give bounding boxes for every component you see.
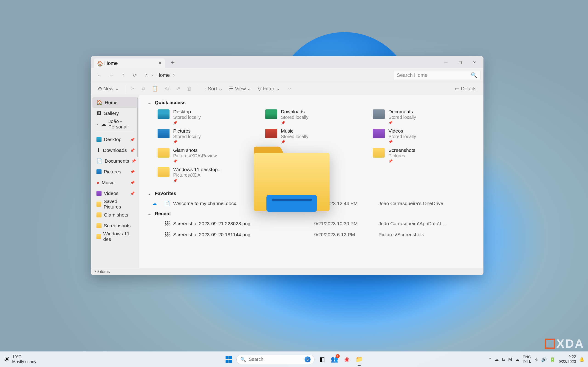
pin-icon: 📌 [173, 178, 222, 183]
section-favorites[interactable]: ⌄ Favorites [139, 189, 483, 198]
cut-button[interactable]: ✂ [129, 84, 138, 94]
qa-downloads[interactable]: DownloadsStored locally📌 [265, 109, 367, 126]
qa-videos[interactable]: VideosStored locally📌 [373, 128, 475, 146]
breadcrumb[interactable]: ⌂ › Home › [145, 72, 392, 78]
forward-button[interactable]: → [106, 70, 117, 81]
details-button[interactable]: ▭ Details [452, 84, 479, 94]
language-indicator[interactable]: ENG INTL [523, 355, 531, 364]
tray-icons[interactable]: ☁ ⇆ M ☁ [494, 357, 519, 362]
sidebar-screenshots[interactable]: Screenshots [92, 220, 138, 231]
sidebar-w11[interactable]: Windows 11 des [92, 231, 138, 242]
rename-button[interactable]: Aⅈ [162, 84, 172, 94]
pin-icon: 📌 [131, 159, 136, 163]
app-tray-icon[interactable]: M [508, 357, 512, 362]
videos-icon [96, 191, 102, 196]
pin-icon: 📌 [281, 121, 309, 125]
battery-icon[interactable]: 🔋 [550, 357, 555, 362]
task-view-button[interactable]: ◧ [317, 355, 327, 364]
weather-widget[interactable]: ☀ 19°C Mostly sunny [4, 355, 36, 364]
sidebar-downloads[interactable]: ⬇Downloads📌 [92, 145, 138, 156]
tab-title: Home [104, 60, 118, 66]
folder-icon [96, 202, 101, 207]
minimize-button[interactable]: — [439, 58, 453, 67]
new-tab-button[interactable]: ＋ [170, 58, 176, 67]
filter-button[interactable]: ▽ Filter ⌄ [255, 84, 282, 94]
back-button[interactable]: ← [94, 70, 105, 81]
quick-access-grid: DesktopStored locally📌 DownloadsStored l… [139, 107, 483, 189]
image-icon: 🖼 [165, 221, 170, 226]
qa-screenshots[interactable]: ScreenshotsPictures📌 [373, 148, 475, 165]
sidebar-videos[interactable]: Videos📌 [92, 188, 138, 199]
clock[interactable]: 9:22 9/22/2023 [559, 355, 576, 364]
share-button[interactable]: ↗ [174, 84, 183, 94]
wifi-icon[interactable]: ⚠ [534, 357, 538, 362]
status-bar: 79 items [91, 268, 483, 275]
recent-item[interactable]: 🖼 Screenshot 2023-09-20 181144.png 9/20/… [139, 229, 483, 240]
notifications-icon[interactable]: 🔔 [579, 357, 584, 362]
sidebar-music[interactable]: ●Music📌 [92, 177, 138, 188]
xda-square-icon [545, 339, 555, 349]
chevron-down-icon: ⌄ [147, 100, 152, 105]
search-icon: 🔍 [240, 357, 246, 362]
qa-w11[interactable]: Windows 11 desktop...Pictures\XDA📌 [157, 167, 260, 184]
pin-icon: 📌 [173, 121, 201, 125]
sidebar-home[interactable]: 🏠Home [92, 97, 138, 108]
pin-icon: 📌 [389, 140, 416, 144]
pin-icon: 📌 [130, 148, 135, 152]
cloud-tray-icon[interactable]: ☁ [515, 357, 519, 362]
chevron-down-icon: ⌄ [147, 211, 152, 216]
sidebar-documents[interactable]: 📄Documents📌 [92, 156, 138, 166]
up-button[interactable]: ↑ [118, 70, 129, 81]
delete-button[interactable]: 🗑 [184, 84, 194, 94]
system-tray[interactable]: ⚠ 🔊 🔋 [534, 357, 555, 362]
view-button[interactable]: ☰ View ⌄ [227, 84, 254, 94]
start-button[interactable] [224, 355, 233, 364]
maximize-button[interactable]: ▢ [453, 58, 467, 67]
search-input[interactable]: Search Home 🔍 [393, 70, 481, 80]
close-button[interactable]: ✕ [467, 58, 481, 67]
search-placeholder: Search Home [397, 72, 468, 78]
scrollbar[interactable] [137, 98, 138, 157]
tab-home[interactable]: 🏠 Home ✕ [94, 58, 165, 68]
section-recent[interactable]: ⌄ Recent [139, 209, 483, 218]
chevron-down-icon: ⌄ [147, 191, 152, 196]
tray-chevron-icon[interactable]: ˄ [489, 357, 491, 362]
copy-button[interactable]: ⧉ [139, 84, 148, 94]
qa-pictures[interactable]: PicturesStored locally📌 [157, 128, 260, 146]
address-bar: ← → ↑ ⟳ ⌂ › Home › Search Home 🔍 [91, 68, 483, 82]
folder-icon [157, 148, 170, 158]
section-quick-access[interactable]: ⌄ Quick access [139, 98, 483, 107]
sidebar-pictures[interactable]: Pictures📌 [92, 167, 138, 177]
sidebar-desktop[interactable]: Desktop📌 [92, 134, 138, 145]
favorite-item[interactable]: ☁ 📄 Welcome to my channel.docx 9/21/2023… [139, 198, 483, 209]
sidebar-onedrive[interactable]: ›☁João - Personal [92, 119, 138, 129]
sidebar-saved-pictures[interactable]: Saved Pictures [92, 199, 138, 209]
refresh-button[interactable]: ⟳ [130, 70, 141, 81]
pin-icon: 📌 [389, 121, 416, 125]
teams-button[interactable]: 👥1 [330, 355, 339, 364]
videos-icon [373, 129, 385, 138]
qa-music[interactable]: MusicStored locally📌 [265, 128, 367, 146]
weather-temp: 19°C [12, 355, 36, 359]
sidebar-glam[interactable]: Glam shots [92, 210, 138, 220]
vivaldi-button[interactable]: ◉ [342, 355, 352, 364]
new-button[interactable]: ⊕ New ⌄ [95, 84, 121, 94]
taskbar-search[interactable]: 🔍 Search b [236, 355, 314, 364]
paste-button[interactable]: 📋 [149, 84, 160, 94]
volume-icon[interactable]: 🔊 [541, 357, 547, 362]
document-icon: 📄 [96, 158, 103, 164]
folder-icon [157, 167, 170, 177]
sidebar-gallery[interactable]: 🖼Gallery [92, 108, 138, 119]
tab-close-icon[interactable]: ✕ [158, 61, 162, 66]
sync-tray-icon[interactable]: ⇆ [502, 357, 506, 362]
qa-desktop[interactable]: DesktopStored locally📌 [157, 109, 260, 126]
home-icon: ⌂ [145, 72, 148, 78]
more-button[interactable]: ⋯ [284, 84, 294, 94]
sort-button[interactable]: ↕ Sort ⌄ [202, 84, 225, 94]
onedrive-tray-icon[interactable]: ☁ [494, 357, 499, 362]
qa-glam[interactable]: Glam shotsPictures\XDA\Review📌 [157, 148, 260, 165]
explorer-button[interactable]: 📁 [355, 355, 364, 364]
recent-item[interactable]: 🖼 Screenshot 2023-09-21 223028.png 9/21/… [139, 218, 483, 229]
gallery-icon: 🖼 [96, 110, 101, 116]
qa-documents[interactable]: DocumentsStored locally📌 [373, 109, 475, 126]
